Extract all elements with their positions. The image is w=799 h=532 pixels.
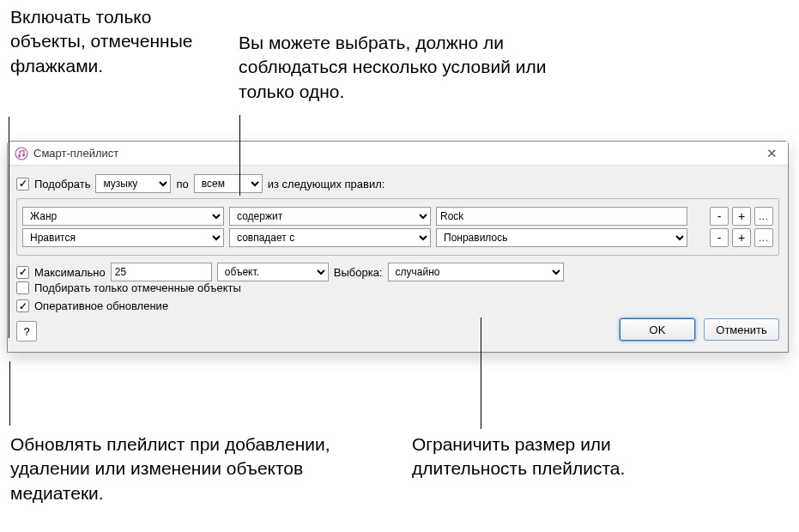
rule-value-select[interactable]: Понравилось bbox=[436, 228, 687, 247]
rule-remove-button[interactable]: - bbox=[710, 207, 729, 226]
match-label: Подобрать bbox=[34, 178, 90, 190]
rule-op-select[interactable]: содержит bbox=[229, 207, 431, 226]
dialog-content: Подобрать музыку по всем из следующих пр… bbox=[8, 166, 788, 352]
rule-value-input[interactable] bbox=[436, 207, 687, 226]
media-select[interactable]: музыку bbox=[95, 174, 171, 193]
sample-label: Выборка: bbox=[334, 266, 383, 279]
live-update-label: Оперативное обновление bbox=[34, 299, 168, 312]
rule-field-select[interactable]: Нравится bbox=[22, 228, 224, 247]
smart-playlist-dialog: Смарт-плейлист ✕ Подобрать музыку по все… bbox=[7, 141, 789, 353]
itunes-icon bbox=[15, 147, 28, 160]
limit-checkbox[interactable] bbox=[16, 266, 29, 279]
rule-remove-button[interactable]: - bbox=[710, 228, 729, 247]
match-checkbox[interactable] bbox=[16, 178, 29, 190]
svg-point-2 bbox=[22, 154, 25, 156]
rule-more-button[interactable]: ... bbox=[754, 228, 773, 247]
rule-field-select[interactable]: Жанр bbox=[22, 207, 224, 226]
footer-row: ? OK Отменить bbox=[16, 317, 779, 342]
dialog-title: Смарт-плейлист bbox=[33, 147, 118, 160]
callout-top-right: Вы можете выбрать, должно ли соблюдаться… bbox=[239, 31, 599, 104]
callout-top-left: Включать только объекты, отмеченные флаж… bbox=[10, 5, 216, 78]
rules-box: Жанр содержит - + ... Нравится совпада bbox=[16, 198, 779, 256]
rule-op-select[interactable]: совпадает с bbox=[229, 228, 431, 247]
help-button[interactable]: ? bbox=[16, 321, 37, 342]
match-by-label: по bbox=[176, 178, 188, 190]
match-row: Подобрать музыку по всем из следующих пр… bbox=[16, 174, 779, 193]
only-checked-label: Подбирать только отмеченные объекты bbox=[34, 281, 241, 294]
limit-label: Максимально bbox=[34, 266, 106, 279]
rule-add-button[interactable]: + bbox=[732, 228, 751, 247]
limit-row: Максимально объект. Выборка: случайно bbox=[16, 263, 779, 281]
live-update-row: Оперативное обновление bbox=[16, 299, 779, 312]
svg-point-0 bbox=[15, 148, 27, 160]
cancel-button[interactable]: Отменить bbox=[704, 318, 779, 341]
limit-value-input[interactable] bbox=[111, 263, 212, 281]
only-checked-checkbox[interactable] bbox=[16, 281, 29, 294]
close-icon[interactable]: ✕ bbox=[763, 146, 781, 161]
live-update-checkbox[interactable] bbox=[16, 299, 29, 312]
match-suffix: из следующих правил: bbox=[268, 178, 385, 190]
svg-point-1 bbox=[18, 154, 21, 157]
callout-bottom-left: Обновлять плейлист при добавлении, удале… bbox=[10, 432, 371, 505]
rule-more-button[interactable]: ... bbox=[754, 207, 773, 226]
only-checked-row: Подбирать только отмеченные объекты bbox=[16, 281, 779, 294]
titlebar: Смарт-плейлист ✕ bbox=[8, 142, 788, 166]
rule-row: Нравится совпадает с Понравилось - + ... bbox=[22, 228, 773, 247]
rule-add-button[interactable]: + bbox=[732, 207, 751, 226]
ok-button[interactable]: OK bbox=[620, 318, 695, 341]
rule-row: Жанр содержит - + ... bbox=[22, 207, 773, 226]
limit-unit-select[interactable]: объект. bbox=[217, 263, 329, 281]
mode-select[interactable]: всем bbox=[194, 174, 263, 193]
sample-select[interactable]: случайно bbox=[388, 263, 564, 281]
callout-bottom-right: Ограничить размер или длительность плейл… bbox=[412, 432, 652, 481]
